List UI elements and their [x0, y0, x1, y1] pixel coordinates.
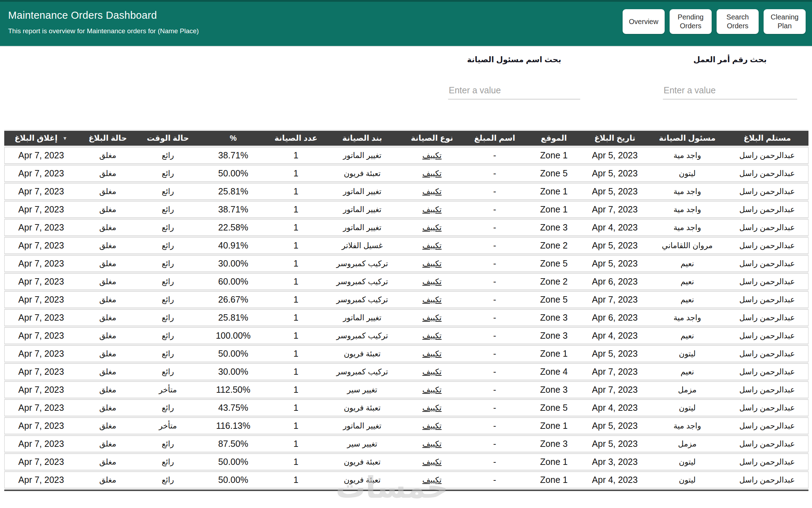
maintenance-type-cell[interactable]: تكييف [401, 201, 463, 218]
maintenance-type-cell[interactable]: تكييف [401, 381, 463, 398]
maintenance-count-cell: 1 [269, 436, 323, 452]
col-header-maintenance-type[interactable]: نوع الصيانة [401, 131, 463, 146]
maintenance-type-cell[interactable]: تكييف [401, 291, 463, 308]
maintenance-type-cell[interactable]: تكييف [401, 418, 463, 434]
orders-table-wrap: إغلاق البلاغ ▼ حالة البلاغ حالة الوقت % … [4, 129, 808, 491]
supervisor-cell: ليتون [648, 399, 726, 416]
pending-orders-button[interactable]: Pending Orders [670, 9, 712, 34]
maintenance-count-cell: 1 [269, 165, 323, 182]
maintenance-type-cell[interactable]: تكييف [401, 399, 463, 416]
maintenance-type-link[interactable]: تكييف [422, 151, 441, 160]
time-status-cell: رائع [138, 165, 198, 182]
location-cell: Zone 2 [526, 273, 581, 290]
maintenance-type-link[interactable]: تكييف [422, 385, 441, 394]
maintenance-type-link[interactable]: تكييف [422, 367, 441, 376]
report-status-cell: مغلق [78, 183, 138, 200]
maintenance-type-cell[interactable]: تكييف [401, 147, 463, 164]
maintenance-item-cell: تعبئة فريون [323, 345, 401, 362]
location-cell: Zone 1 [526, 345, 581, 362]
report-date-cell: Apr 5, 2023 [581, 183, 648, 200]
location-cell: Zone 5 [526, 165, 581, 182]
col-header-percent[interactable]: % [198, 131, 269, 146]
close-date-cell: Apr 7, 2023 [4, 183, 78, 200]
maintenance-type-cell[interactable]: تكييف [401, 327, 463, 344]
maintenance-type-link[interactable]: تكييف [422, 475, 441, 484]
maintenance-count-cell: 1 [269, 201, 323, 218]
workorder-search-input[interactable] [663, 84, 797, 99]
table-row: Apr 7, 2023مغلقرائع100.00%1تركيب كمبروسر… [4, 327, 808, 344]
table-row: Apr 7, 2023مغلقرائع38.71%1تغيير الماتورت… [4, 147, 808, 164]
report-status-cell: مغلق [78, 399, 138, 416]
col-header-supervisor[interactable]: مسئول الصيانة [648, 131, 726, 146]
maintenance-type-link[interactable]: تكييف [422, 241, 441, 250]
amount-name-cell: - [463, 291, 526, 308]
col-header-maintenance-item[interactable]: بند الصيانة [323, 131, 401, 146]
report-status-cell: مغلق [78, 165, 138, 182]
percent-cell: 38.71% [198, 201, 269, 218]
time-status-cell: رائع [138, 255, 198, 272]
maintenance-type-link[interactable]: تكييف [422, 205, 441, 214]
report-date-cell: Apr 6, 2023 [581, 309, 648, 326]
maintenance-type-cell[interactable]: تكييف [401, 183, 463, 200]
col-header-time-status[interactable]: حالة الوقت [138, 131, 198, 146]
maintenance-type-link[interactable]: تكييف [422, 259, 441, 268]
time-status-cell: رائع [138, 273, 198, 290]
receiver-cell: عبدالرحمن راسل [726, 309, 808, 326]
maintenance-type-link[interactable]: تكييف [422, 313, 441, 322]
col-header-receiver[interactable]: مستلم البلاغ [726, 131, 808, 146]
maintenance-type-cell[interactable]: تكييف [401, 472, 463, 488]
page-subtitle: This report is overview for Maintenance … [8, 27, 199, 35]
maintenance-type-cell[interactable]: تكييف [401, 345, 463, 362]
header-text: Maintenance Orders Dashboard This report… [8, 2, 199, 46]
maintenance-type-link[interactable]: تكييف [422, 187, 441, 196]
maintenance-type-cell[interactable]: تكييف [401, 165, 463, 182]
report-date-cell: Apr 6, 2023 [581, 273, 648, 290]
maintenance-type-cell[interactable]: تكييف [401, 255, 463, 272]
maintenance-type-link[interactable]: تكييف [422, 421, 441, 430]
receiver-cell: عبدالرحمن راسل [726, 147, 808, 164]
amount-name-cell: - [463, 255, 526, 272]
report-status-cell: مغلق [78, 147, 138, 164]
sort-descending-icon[interactable]: ▼ [63, 135, 67, 141]
maintenance-type-link[interactable]: تكييف [422, 403, 441, 412]
overview-button[interactable]: Overview [623, 9, 665, 34]
maintenance-type-link[interactable]: تكييف [422, 223, 441, 232]
maintenance-type-link[interactable]: تكييف [422, 331, 441, 340]
supervisor-cell: نعيم [648, 273, 726, 290]
maintenance-type-cell[interactable]: تكييف [401, 273, 463, 290]
close-date-cell: Apr 7, 2023 [4, 273, 78, 290]
amount-name-cell: - [463, 345, 526, 362]
supervisor-search-input[interactable] [448, 84, 580, 99]
maintenance-type-cell[interactable]: تكييف [401, 237, 463, 254]
maintenance-type-cell[interactable]: تكييف [401, 309, 463, 326]
maintenance-type-link[interactable]: تكييف [422, 457, 441, 466]
col-header-amount-name[interactable]: اسم المبلغ [463, 131, 526, 146]
search-orders-button[interactable]: Search Orders [717, 9, 759, 34]
maintenance-type-link[interactable]: تكييف [422, 349, 441, 358]
maintenance-count-cell: 1 [269, 345, 323, 362]
supervisor-cell: واجد مية [648, 183, 726, 200]
supervisor-cell: واجد مية [648, 219, 726, 236]
maintenance-count-cell: 1 [269, 454, 323, 470]
maintenance-type-link[interactable]: تكييف [422, 295, 441, 304]
maintenance-type-link[interactable]: تكييف [422, 439, 441, 448]
report-status-cell: مغلق [78, 418, 138, 434]
table-row: Apr 7, 2023مغلقرائع50.00%1تعبئة فريونتكي… [4, 345, 808, 362]
maintenance-count-cell: 1 [269, 255, 323, 272]
col-header-report-status[interactable]: حالة البلاغ [78, 131, 138, 146]
supervisor-cell: واجد مية [648, 147, 726, 164]
cleaning-plan-button[interactable]: Cleaning Plan [764, 9, 806, 34]
maintenance-type-link[interactable]: تكييف [422, 277, 441, 286]
maintenance-type-cell[interactable]: تكييف [401, 363, 463, 380]
time-status-cell: رائع [138, 327, 198, 344]
maintenance-type-link[interactable]: تكييف [422, 169, 441, 178]
col-header-report-date[interactable]: تاريخ البلاغ [581, 131, 648, 146]
receiver-cell: عبدالرحمن راسل [726, 219, 808, 236]
col-header-location[interactable]: الموقع [526, 131, 581, 146]
maintenance-type-cell[interactable]: تكييف [401, 454, 463, 470]
maintenance-type-cell[interactable]: تكييف [401, 219, 463, 236]
col-header-maintenance-count[interactable]: عدد الصيانة [269, 131, 323, 146]
col-header-close-report[interactable]: إغلاق البلاغ ▼ [4, 131, 78, 146]
orders-table: إغلاق البلاغ ▼ حالة البلاغ حالة الوقت % … [4, 129, 808, 490]
maintenance-type-cell[interactable]: تكييف [401, 436, 463, 452]
